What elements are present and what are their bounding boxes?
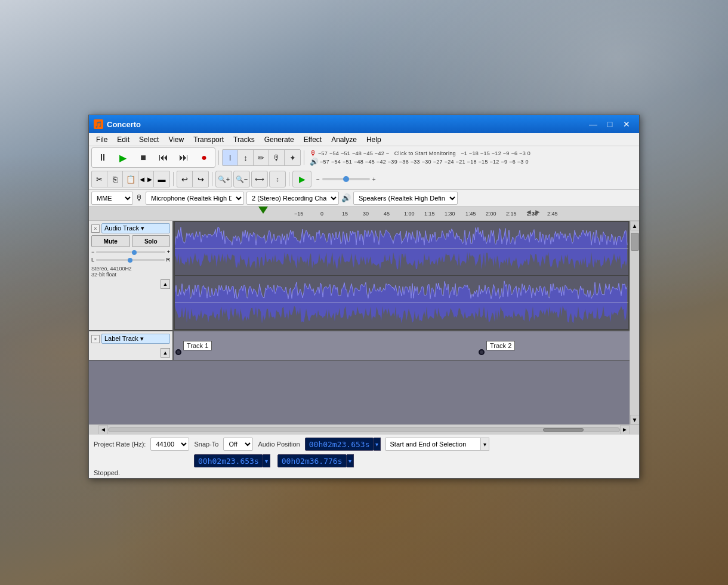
fit-vertical-button[interactable]: ↕ (269, 171, 286, 187)
record-button[interactable]: ● (195, 149, 214, 166)
channels-select[interactable]: 2 (Stereo) Recording Channels (246, 192, 339, 205)
menu-edit[interactable]: Edit (112, 134, 134, 145)
scroll-down-arrow[interactable]: ▼ (630, 415, 640, 424)
playhead-left-arrow[interactable]: ◄ (525, 208, 532, 216)
track-close-button[interactable]: × (91, 224, 100, 233)
separator-1 (218, 150, 219, 165)
label1-anchor (175, 349, 181, 355)
track-info-line1: Stereo, 44100Hz (91, 266, 170, 272)
tool-mic-button[interactable]: 🎙 (269, 150, 285, 165)
menu-bar: File Edit Select View Transport Tracks G… (89, 133, 639, 146)
hscroll-track[interactable] (108, 427, 620, 432)
menu-analyze[interactable]: Analyze (326, 134, 362, 145)
hscroll-right-arrow[interactable]: ► (620, 425, 630, 435)
gain-thumb (343, 176, 349, 182)
audio-position-dropdown[interactable]: ▾ (374, 438, 381, 451)
stop-button[interactable]: ■ (134, 149, 153, 166)
fit-project-button[interactable]: ⟷ (251, 171, 268, 187)
hscroll-left-arrow[interactable]: ◄ (98, 425, 108, 435)
scroll-up-arrow[interactable]: ▲ (630, 221, 640, 230)
snap-to-select[interactable]: Off (223, 438, 253, 451)
tools-group: I ↕ ✏ 🎙 ✦ (222, 149, 301, 166)
pan-slider-track[interactable] (96, 259, 164, 261)
solo-button[interactable]: Solo (132, 235, 171, 247)
track-collapse-button[interactable]: ▲ (161, 279, 170, 289)
snap-to-label: Snap-To (194, 441, 218, 448)
maximize-button[interactable]: □ (602, 118, 618, 130)
ruler-tick-215: 2:15 (506, 211, 517, 217)
tool-select-button[interactable]: I (223, 150, 238, 165)
label1-text[interactable]: Track 1 (183, 341, 212, 350)
ruler-tick-115: 1:15 (424, 211, 435, 217)
silence-button[interactable]: ▬ (154, 171, 169, 187)
copy-button[interactable]: ⎘ (107, 171, 123, 187)
ruler-tick-200: 2:00 (486, 211, 496, 217)
menu-generate[interactable]: Generate (260, 134, 299, 145)
paste-button[interactable]: 📋 (123, 171, 138, 187)
scroll-thumb[interactable] (631, 233, 639, 251)
ruler-tick-30: 30 (363, 211, 369, 217)
trim-button[interactable]: ◄► (138, 171, 154, 187)
waveform-channel-2: 1.0 −1.0 (175, 276, 628, 329)
selection-end-dropdown[interactable]: ▾ (347, 454, 354, 467)
label-track-close[interactable]: × (91, 335, 100, 343)
cut-button[interactable]: ✂ (92, 171, 107, 187)
project-rate-select[interactable]: 44100 (150, 438, 189, 451)
vertical-scrollbar[interactable]: ▲ ▼ (630, 221, 639, 424)
ruler-tick-n15: −15 (294, 211, 303, 217)
label2-text[interactable]: Track 2 (486, 341, 515, 350)
menu-help[interactable]: Help (362, 134, 386, 145)
transport-group: ⏸ ▶ ■ ⏮ ⏭ ● (91, 147, 215, 168)
app-icon: 🎵 (94, 119, 103, 129)
zoom-out-button[interactable]: 🔍− (233, 171, 250, 187)
microphone-icon: 🎙 (135, 193, 143, 202)
menu-transport[interactable]: Transport (189, 134, 229, 145)
microphone-select[interactable]: Microphone (Realtek High Defini... (146, 192, 244, 205)
gain-slider-track[interactable] (96, 251, 165, 253)
tool-multi-button[interactable]: ✦ (285, 150, 300, 165)
redo-button[interactable]: ↪ (193, 171, 208, 187)
gain-slider[interactable] (322, 178, 370, 180)
close-button[interactable]: ✕ (619, 118, 634, 130)
menu-tracks[interactable]: Tracks (229, 134, 260, 145)
speakers-select[interactable]: Speakers (Realtek High Definiti... (353, 192, 458, 205)
timeline-ruler: −15 0 15 30 45 1:00 1:15 1:30 1:45 2:00 … (89, 207, 639, 221)
toolbar-row-1: ⏸ ▶ ■ ⏮ ⏭ ● I ↕ ✏ 🎙 ✦ 🎙 −57 − (89, 146, 639, 169)
window-title: Concerto (107, 120, 585, 129)
playhead-right-arrow[interactable]: ► (534, 208, 541, 216)
api-select[interactable]: MME (91, 192, 133, 205)
ruler-tick-0: 0 (320, 211, 323, 217)
menu-select[interactable]: Select (134, 134, 164, 145)
track-name-button[interactable]: Audio Track ▾ (101, 223, 170, 233)
edit-group: ✂ ⎘ 📋 ◄► ▬ (91, 171, 170, 187)
menu-effect[interactable]: Effect (299, 134, 326, 145)
skip-end-button[interactable]: ⏭ (174, 149, 193, 166)
audio-position-label: Audio Position (258, 441, 300, 448)
label-track-collapse[interactable]: ▲ (161, 348, 170, 358)
status-bar: Project Rate (Hz): 44100 Snap-To Off Aud… (89, 434, 639, 478)
minimize-button[interactable]: — (585, 118, 601, 130)
selection-dropdown-arrow[interactable]: ▾ (481, 438, 489, 451)
play-at-speed-button[interactable]: ▶ (292, 171, 311, 187)
gain-slider-area: − + (313, 175, 380, 184)
label-track-name[interactable]: Label Track ▾ (101, 334, 170, 344)
window-controls: — □ ✕ (585, 118, 634, 130)
record-level-numbers: −57 −54 −51 −48 −45 −42 − Click to Start… (318, 150, 530, 156)
selection-label-text: Start and End of Selection (385, 438, 481, 451)
tool-envelope-button[interactable]: ↕ (238, 150, 254, 165)
play-button[interactable]: ▶ (113, 149, 132, 166)
playback-level-row: 🔊 −57 −54 −51 −48 −45 −42 −39 −36 −33 −3… (310, 158, 530, 166)
selection-start-dropdown[interactable]: ▾ (263, 454, 270, 467)
ruler-content: −15 0 15 30 45 1:00 1:15 1:30 1:45 2:00 … (258, 207, 639, 220)
zoom-in-button[interactable]: 🔍+ (215, 171, 232, 187)
skip-start-button[interactable]: ⏮ (154, 149, 173, 166)
undo-button[interactable]: ↩ (177, 171, 193, 187)
track-header: × Audio Track ▾ (91, 223, 170, 233)
menu-file[interactable]: File (91, 134, 112, 145)
tool-draw-button[interactable]: ✏ (254, 150, 269, 165)
menu-view[interactable]: View (164, 134, 189, 145)
hscroll-thumb[interactable] (543, 428, 584, 432)
empty-track-area (89, 361, 630, 424)
mute-button[interactable]: Mute (91, 235, 130, 247)
pause-button[interactable]: ⏸ (93, 149, 112, 166)
